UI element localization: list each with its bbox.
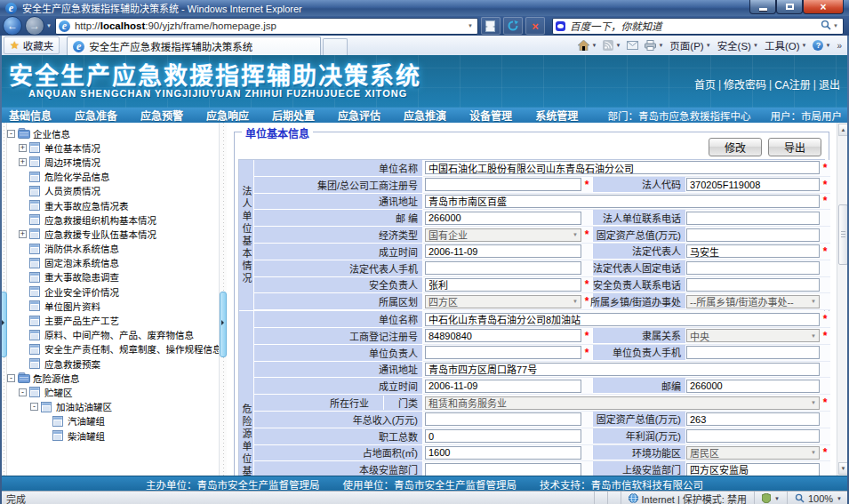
tree-item[interactable]: 单位图片资料: [7, 299, 219, 313]
tree-item[interactable]: 企业安全评价情况: [7, 284, 219, 299]
favorites-button[interactable]: ★ 收藏夹: [4, 36, 60, 54]
tree-item[interactable]: -企业信息: [7, 126, 219, 140]
nav-item[interactable]: 应急准备: [75, 108, 117, 123]
form-select[interactable]: --所属乡镇/街道办事处--▼: [686, 295, 820, 308]
form-input[interactable]: [425, 261, 581, 275]
form-input[interactable]: [425, 278, 581, 292]
form-input[interactable]: [686, 429, 820, 443]
print-button[interactable]: ▼: [645, 40, 663, 51]
header-link[interactable]: CA注册: [774, 76, 811, 92]
feeds-button[interactable]: ▼: [603, 40, 621, 51]
search-dropdown-icon[interactable]: ▼: [831, 23, 840, 28]
back-button[interactable]: ←: [3, 16, 22, 36]
history-dropdown-icon[interactable]: ▼: [46, 23, 52, 28]
collapse-icon[interactable]: -: [19, 388, 27, 396]
tree-item[interactable]: +单位基本情况: [7, 140, 219, 155]
forward-button[interactable]: →: [25, 16, 44, 36]
header-link[interactable]: 退出: [819, 76, 840, 92]
form-input[interactable]: [425, 212, 581, 225]
form-input[interactable]: [686, 463, 820, 476]
form-input[interactable]: [425, 463, 581, 476]
mail-button[interactable]: [627, 41, 638, 50]
help-menu[interactable]: ?▼: [813, 40, 830, 51]
form-input[interactable]: [686, 178, 820, 191]
tools-menu[interactable]: 工具(O)▼: [765, 38, 807, 52]
form-input[interactable]: [425, 363, 820, 376]
collapse-icon[interactable]: -: [7, 130, 15, 138]
sidebar-splitter[interactable]: [219, 123, 227, 476]
form-select[interactable]: 居民区▼: [686, 446, 820, 460]
nav-item[interactable]: 系统管理: [535, 108, 578, 123]
search-box[interactable]: 百度一下，你就知道 ▼: [552, 18, 844, 35]
form-input[interactable]: [425, 412, 581, 426]
address-dropdown-icon[interactable]: ▼: [466, 23, 475, 28]
tree-item[interactable]: 人员资质情况: [7, 184, 219, 198]
form-input[interactable]: [425, 178, 581, 191]
form-input[interactable]: [686, 244, 820, 258]
nav-item[interactable]: 基础信息: [9, 108, 52, 123]
close-button[interactable]: ×: [803, 0, 844, 14]
tree-item[interactable]: 主要产品生产工艺: [7, 313, 219, 327]
nav-item[interactable]: 设备管理: [469, 108, 512, 123]
form-input[interactable]: [425, 244, 581, 258]
form-select[interactable]: 四方区▼: [425, 295, 581, 308]
safety-menu[interactable]: 安全(S)▼: [717, 38, 758, 52]
refresh-button[interactable]: [503, 17, 523, 35]
form-input[interactable]: [425, 346, 581, 359]
minimize-button[interactable]: [749, 0, 776, 14]
form-input[interactable]: [425, 313, 820, 326]
tree-item[interactable]: 应急救援预案: [7, 356, 219, 371]
stop-button[interactable]: ×: [525, 17, 545, 35]
expand-icon[interactable]: +: [19, 230, 27, 238]
protected-mode-button[interactable]: ▼: [754, 492, 787, 504]
nav-item[interactable]: 应急推演: [404, 108, 446, 123]
tree-item[interactable]: 安全生产责任制、规章制度、操作规程信息: [7, 342, 219, 356]
form-input[interactable]: [686, 346, 820, 359]
tree-item[interactable]: 原料、中间产物、产品、废弃物信息: [7, 328, 219, 342]
form-select[interactable]: 中央▼: [686, 329, 820, 342]
home-button[interactable]: ▼: [578, 40, 597, 51]
expand-icon[interactable]: +: [19, 144, 27, 152]
address-bar[interactable]: e http://localhost:90/yjzh/frame/homepag…: [55, 18, 478, 35]
form-input[interactable]: [425, 380, 581, 393]
form-input[interactable]: [686, 228, 820, 242]
tree-item[interactable]: 固定泡沫系统信息: [7, 256, 219, 270]
form-input[interactable]: [686, 278, 820, 292]
nav-item[interactable]: 应急预警: [140, 108, 183, 123]
tree-item[interactable]: 危险化学品信息: [7, 170, 219, 184]
search-icon[interactable]: [821, 20, 831, 33]
export-button[interactable]: 导出: [768, 138, 821, 156]
nav-item[interactable]: 后期处置: [272, 108, 315, 123]
tree-item[interactable]: 重大事故隐患调查: [7, 270, 219, 284]
nav-item[interactable]: 应急响应: [206, 108, 249, 123]
tree-item[interactable]: 重大事故应急情况表: [7, 198, 219, 212]
form-input[interactable]: [686, 380, 820, 393]
browser-tab[interactable]: e 安全生产应急救援指挥辅助决策系统: [67, 36, 321, 55]
maximize-button[interactable]: [776, 0, 803, 14]
form-input[interactable]: [425, 329, 581, 342]
splitter-collapse-handle[interactable]: [220, 292, 227, 357]
expand-icon[interactable]: +: [19, 158, 27, 166]
nav-item[interactable]: 应急评估: [338, 108, 380, 123]
collapse-icon[interactable]: -: [30, 403, 38, 411]
toolbar-overflow-button[interactable]: »: [837, 41, 842, 51]
tree-item[interactable]: +应急救援专业队伍基本情况: [7, 227, 219, 241]
tree-item[interactable]: -贮罐区: [7, 385, 219, 399]
form-input[interactable]: [425, 195, 820, 208]
form-select[interactable]: 租赁和商务服务业▼: [425, 396, 820, 410]
form-input[interactable]: [425, 161, 820, 174]
tree-item[interactable]: -加油站油罐区: [7, 400, 219, 414]
tree-item[interactable]: 消防供水系统信息: [7, 242, 219, 256]
form-select[interactable]: 国有企业▼: [425, 228, 581, 242]
collapse-icon[interactable]: -: [7, 374, 15, 382]
tree-item[interactable]: -危险源信息: [7, 371, 219, 385]
form-input[interactable]: [425, 429, 581, 443]
form-input[interactable]: [686, 261, 820, 275]
form-input[interactable]: [686, 212, 820, 225]
compatibility-view-button[interactable]: [481, 17, 501, 35]
form-input[interactable]: [686, 412, 820, 426]
tree-item[interactable]: 柴油罐组: [7, 428, 219, 443]
page-menu[interactable]: 页面(P)▼: [669, 38, 710, 52]
zoom-control[interactable]: 100% ▼: [787, 492, 849, 504]
tree-item[interactable]: +周边环境情况: [7, 155, 219, 169]
